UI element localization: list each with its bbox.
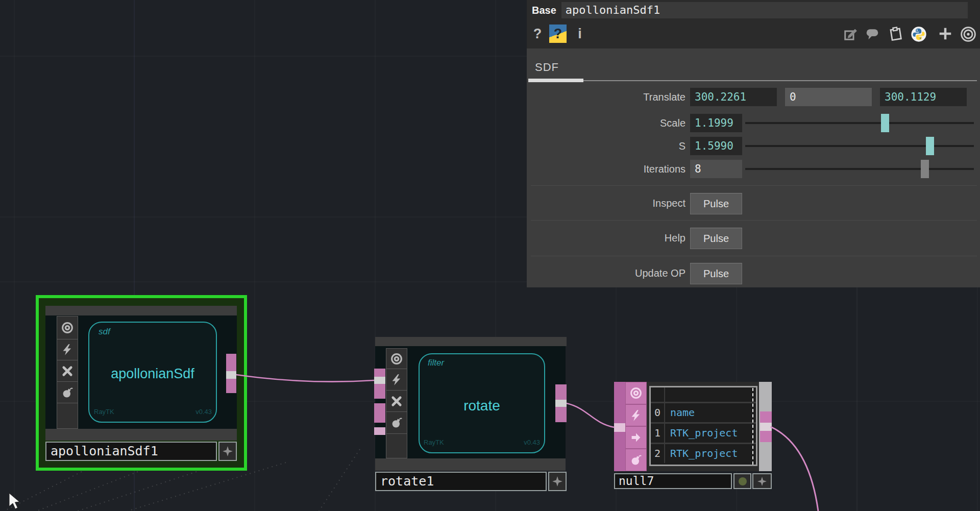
row-separator: [531, 185, 977, 186]
node-title: rotate: [419, 398, 545, 414]
tab-sdf[interactable]: SDF: [535, 61, 559, 74]
add-icon[interactable]: [938, 26, 953, 41]
node-name-field[interactable]: apollonianSdf1: [45, 442, 217, 461]
param-row-translate: Translate 300.2261 0 300.1129: [527, 87, 980, 107]
row-separator: [531, 220, 977, 221]
node-rotate-input2-connector[interactable]: [374, 403, 385, 423]
python-help-icon[interactable]: ?: [549, 25, 567, 43]
node-rotate-topbar[interactable]: [375, 337, 567, 346]
cook-flag-button[interactable]: [57, 339, 78, 360]
s-slider[interactable]: [745, 145, 974, 147]
lightning-icon: [61, 344, 74, 356]
clipboard-icon[interactable]: [888, 26, 903, 41]
param-row-update-op: Update OP Pulse: [527, 263, 980, 283]
viewer-flag-button[interactable]: [386, 348, 407, 369]
scale-slider[interactable]: [745, 122, 974, 124]
node-apollonianSdf-output-active[interactable]: [226, 371, 236, 379]
param-label[interactable]: Inspect: [527, 193, 685, 213]
op-name-field[interactable]: apollonianSdf1: [561, 2, 968, 18]
color-dot-icon: [738, 476, 748, 486]
node-apollonianSdf-topbar[interactable]: [45, 306, 237, 315]
iterations-slider[interactable]: [745, 168, 974, 170]
x-icon: [390, 395, 403, 407]
node-color-button[interactable]: [733, 473, 751, 489]
bypass-flag-button[interactable]: [386, 391, 407, 412]
param-row-s: S 1.5990: [527, 136, 980, 156]
update-op-pulse-button[interactable]: Pulse: [690, 263, 742, 284]
node-rotate-input1-active[interactable]: [374, 377, 385, 384]
iterations-slider-handle[interactable]: [921, 160, 929, 178]
translate-z-field[interactable]: 300.1129: [880, 88, 967, 106]
node-comment-button[interactable]: [752, 473, 772, 489]
info-icon[interactable]: i: [575, 25, 585, 43]
viewer-flag-button[interactable]: [57, 316, 78, 339]
help-icon[interactable]: ?: [531, 25, 544, 43]
comment-icon[interactable]: [865, 26, 880, 41]
iterations-field[interactable]: 8: [690, 160, 742, 178]
param-row-help: Help Pulse: [527, 228, 980, 248]
bullseye-icon: [629, 386, 643, 400]
inspect-pulse-button[interactable]: Pulse: [690, 193, 742, 214]
sparkle-icon: [552, 476, 563, 487]
python-icon[interactable]: [911, 26, 926, 41]
node-comment-button[interactable]: [218, 442, 237, 461]
node-null7-output-active[interactable]: [760, 423, 772, 431]
node-category-label: filter: [428, 358, 444, 368]
empty-flag-cell: [57, 403, 78, 429]
param-label[interactable]: Iterations: [527, 159, 685, 179]
bomb-icon: [390, 417, 403, 429]
cook-flag-button[interactable]: [386, 369, 407, 391]
node-comment-button[interactable]: [548, 472, 567, 491]
sparkle-icon: [222, 446, 233, 457]
scale-field[interactable]: 1.1999: [690, 114, 742, 132]
network-editor: sdf apollonianSdf RayTK v0.43 apollonian…: [0, 0, 980, 511]
export-flag-button[interactable]: [625, 426, 647, 449]
param-label[interactable]: Scale: [527, 113, 685, 133]
node-null7-input-active[interactable]: [614, 423, 625, 432]
node-version-label: v0.43: [419, 439, 540, 446]
node-null7-dat-table[interactable]: 0 name 1 RTK_project 2 RTK_project: [649, 386, 757, 466]
node-apollonianSdf-bottombar: [45, 429, 237, 441]
arrow-right-icon: [630, 431, 642, 444]
bypass-flag-button[interactable]: [57, 360, 78, 382]
bomb-icon: [630, 454, 642, 466]
param-label[interactable]: Update OP: [527, 263, 685, 283]
s-field[interactable]: 1.5990: [690, 137, 742, 155]
node-name-field[interactable]: null7: [614, 473, 732, 489]
translate-y-field[interactable]: 0: [785, 88, 872, 106]
node-rotate-input3-connector[interactable]: [374, 427, 385, 435]
parameter-page-tabs: SDF: [527, 48, 980, 84]
table-row: 0 name: [651, 403, 756, 422]
bomb-flag-button[interactable]: [57, 382, 78, 403]
node-version-label: v0.43: [88, 408, 212, 416]
param-label[interactable]: Help: [527, 228, 685, 248]
bullseye-icon: [61, 321, 74, 334]
parameter-dialog: Base apollonianSdf1 ? ? i: [527, 0, 980, 287]
node-rotate-output-active[interactable]: [555, 400, 567, 407]
table-resize-guide[interactable]: [752, 388, 753, 465]
node-category-label: sdf: [99, 327, 110, 337]
help-pulse-button[interactable]: Pulse: [690, 228, 742, 249]
sparkle-icon: [757, 476, 767, 486]
param-label[interactable]: Translate: [527, 87, 685, 107]
node-name-field[interactable]: rotate1: [375, 472, 547, 491]
param-row-scale: Scale 1.1999: [527, 113, 980, 133]
bullseye-icon[interactable]: [960, 26, 975, 41]
s-slider-handle[interactable]: [926, 137, 934, 155]
viewer-flag-button[interactable]: [625, 382, 647, 404]
param-row-iterations: Iterations 8: [527, 159, 980, 179]
translate-x-field[interactable]: 300.2261: [690, 88, 777, 106]
node-title: apollonianSdf: [88, 366, 217, 382]
cook-flag-button[interactable]: [625, 404, 647, 426]
bomb-flag-button[interactable]: [625, 449, 647, 471]
param-label[interactable]: S: [527, 136, 685, 156]
empty-flag-cell: [386, 434, 407, 458]
bomb-flag-button[interactable]: [386, 412, 407, 434]
param-row-inspect: Inspect Pulse: [527, 193, 980, 213]
lightning-icon: [390, 374, 403, 386]
edit-icon[interactable]: [843, 26, 859, 41]
scale-slider-handle[interactable]: [881, 114, 889, 132]
node-null7-flag-column: [625, 382, 647, 471]
node-apollonianSdf-flag-column: [57, 316, 78, 429]
node-rotate-flag-column: [386, 348, 407, 458]
